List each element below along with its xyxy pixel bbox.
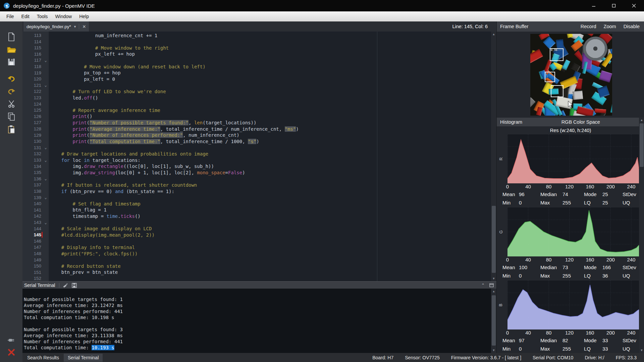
code-line-137[interactable]: 137 # If button is released, start shutt… xyxy=(22,182,491,188)
tab-close-icon[interactable]: ✕ xyxy=(82,24,86,29)
scroll-down-icon[interactable]: ▼ xyxy=(639,348,644,353)
code-line-114[interactable]: 114 xyxy=(22,39,491,45)
status-item: Serial Port: COM10 xyxy=(533,355,573,360)
code-line-124[interactable]: 124 xyxy=(22,101,491,107)
code-line-123[interactable]: 123 led.off() xyxy=(22,95,491,101)
record-button[interactable]: Record xyxy=(581,24,596,29)
code-line-129[interactable]: 129 print("Number of inferences performe… xyxy=(22,132,491,138)
code-line-128[interactable]: 128 print("Average inference time:", tot… xyxy=(22,126,491,132)
code-line-131[interactable]: 131⌄ xyxy=(22,144,491,151)
code-editor[interactable]: 113 num_inference_cnt += 1114115 # Move … xyxy=(22,32,496,281)
menu-file[interactable]: File xyxy=(3,13,18,20)
fold-marker-icon[interactable]: ⌄ xyxy=(43,220,49,225)
chevron-down-icon[interactable]: ▾ xyxy=(74,24,76,29)
code-line-120[interactable]: 120 px_left = 0 xyxy=(22,76,491,82)
code-line-116[interactable]: 116 px_left += hop xyxy=(22,51,491,57)
undo-button[interactable] xyxy=(6,73,16,83)
code-line-119[interactable]: 119 px_top += hop xyxy=(22,70,491,76)
cut-button[interactable] xyxy=(6,99,16,109)
stats-row: Mean97Median82Mode33StDev71 xyxy=(497,337,644,345)
save-log-icon[interactable] xyxy=(72,283,77,288)
code-line-122[interactable]: 122 # Turn off LED to show we're done xyxy=(22,88,491,95)
copy-button[interactable] xyxy=(6,112,16,122)
fold-marker-icon[interactable]: ⌄ xyxy=(43,158,49,163)
code-line-151[interactable]: 151 btn_prev = btn_state xyxy=(22,269,491,276)
menu-help[interactable]: Help xyxy=(75,13,93,20)
code-line-118[interactable]: 118 # Move window down (and reset back t… xyxy=(22,63,491,70)
code-line-143[interactable]: 143⌄ xyxy=(22,219,491,226)
scroll-up-icon[interactable]: ▲ xyxy=(491,289,496,294)
tick-label: 40 xyxy=(525,330,531,336)
lego-piece xyxy=(584,34,594,37)
openmv-logo-icon xyxy=(3,2,10,9)
stop-button[interactable] xyxy=(6,347,16,357)
code-line-140[interactable]: 140 # Set flag and timestamp xyxy=(22,200,491,207)
fold-marker-icon[interactable]: ⌄ xyxy=(43,176,49,181)
scroll-down-icon[interactable]: ▼ xyxy=(491,276,496,281)
scroll-up-icon[interactable]: ▲ xyxy=(491,32,496,37)
fold-marker-icon[interactable]: ⌄ xyxy=(43,145,49,150)
open-file-button[interactable] xyxy=(6,45,16,55)
save-file-button[interactable] xyxy=(6,57,16,67)
paste-button[interactable] xyxy=(6,124,16,134)
line-number: 138 xyxy=(22,189,41,194)
code-line-136[interactable]: 136⌄ xyxy=(22,176,491,182)
collapse-panel-icon[interactable]: ⌃ xyxy=(481,283,485,288)
editor-scrollbar[interactable]: ▲ ▼ xyxy=(491,32,496,281)
zoom-button[interactable]: Zoom xyxy=(604,24,616,29)
menu-tools[interactable]: Tools xyxy=(33,13,52,20)
serial-terminal-output[interactable]: ▲ ▼ Number of possible targets found: 1A… xyxy=(22,289,496,353)
fold-marker-icon[interactable]: ⌄ xyxy=(43,83,49,87)
histogram-scrollbar[interactable]: ▲ ▼ xyxy=(639,117,644,353)
code-line-139[interactable]: 139⌄ xyxy=(22,194,491,201)
code-line-150[interactable]: 150 # Record button state xyxy=(22,263,491,269)
code-line-134[interactable]: 134 img.draw_rectangle((loc[0], loc[1], … xyxy=(22,163,491,170)
editor-scroll-thumb[interactable] xyxy=(492,206,496,273)
code-line-147[interactable]: 147 # Display info to terminal xyxy=(22,244,491,250)
resolution-label: Res (w:240, h:240) xyxy=(497,126,644,134)
menu-window[interactable]: Window xyxy=(51,13,75,20)
code-line-146[interactable]: 146 xyxy=(22,238,491,244)
code-line-121[interactable]: 121⌄ xyxy=(22,82,491,88)
code-line-135[interactable]: 135 img.draw_string(loc[0] + 1, loc[1], … xyxy=(22,169,491,176)
code-line-144[interactable]: 144 # Scale image and display on LCD xyxy=(22,226,491,232)
code-line-145[interactable]: 145 #lcd.display(img.mean_pool(2, 2)) xyxy=(22,232,491,238)
scroll-up-icon[interactable]: ▲ xyxy=(639,117,644,123)
code-line-141[interactable]: 141 btn_flag = 1 xyxy=(22,207,491,213)
fold-marker-icon[interactable]: ⌄ xyxy=(43,58,49,63)
disable-button[interactable]: Disable xyxy=(624,24,640,29)
code-line-127[interactable]: 127 print("Number of possible targets fo… xyxy=(22,119,491,126)
code-line-142[interactable]: 142 timestamp = time.ticks() xyxy=(22,213,491,219)
code-line-148[interactable]: 148 #print("FPS:", clock.fps()) xyxy=(22,250,491,257)
code-line-125[interactable]: 125 # Report average inference time xyxy=(22,107,491,113)
connect-button[interactable] xyxy=(6,335,16,345)
code-line-130[interactable]: 130 print("Total computation time:", tot… xyxy=(22,138,491,144)
float-panel-icon[interactable] xyxy=(489,283,494,287)
histogram-scroll-thumb[interactable] xyxy=(640,123,644,167)
code-line-126[interactable]: 126 print() xyxy=(22,113,491,120)
maximize-button[interactable] xyxy=(604,0,624,11)
clear-terminal-icon[interactable] xyxy=(63,283,69,288)
scroll-down-icon[interactable]: ▼ xyxy=(491,348,496,353)
menu-edit[interactable]: Edit xyxy=(18,13,33,20)
code-line-138[interactable]: 138 if (btn_prev == 0) and (btn_state ==… xyxy=(22,188,491,194)
stats-row: Min0Max255LQ36UQ166 xyxy=(497,272,644,281)
tab-lego-finder[interactable]: deploy/lego_finder.py* ▾ ✕ xyxy=(23,21,89,32)
redo-button[interactable] xyxy=(6,86,16,96)
color-space-dropdown[interactable]: RGB Color Space xyxy=(522,119,639,125)
code-line-113[interactable]: 113 num_inference_cnt += 1 xyxy=(22,32,491,39)
new-file-button[interactable] xyxy=(6,32,16,42)
minimize-button[interactable] xyxy=(584,0,604,11)
terminal-scrollbar[interactable]: ▲ ▼ xyxy=(491,289,496,353)
fold-marker-icon[interactable]: ⌄ xyxy=(43,195,49,200)
code-line-152[interactable]: 152 xyxy=(22,275,491,281)
code-line-115[interactable]: 115 # Move window to the right xyxy=(22,45,491,51)
code-line-117[interactable]: 117⌄ xyxy=(22,57,491,63)
code-line-132[interactable]: 132 # Draw target locations and probabil… xyxy=(22,150,491,157)
statusbar-tab-serial-terminal[interactable]: Serial Terminal xyxy=(64,354,103,362)
terminal-scroll-thumb[interactable] xyxy=(492,295,496,346)
statusbar-tab-search-results[interactable]: Search Results xyxy=(23,354,63,362)
close-button[interactable] xyxy=(624,0,644,11)
code-line-149[interactable]: 149 xyxy=(22,257,491,263)
code-line-133[interactable]: 133⌄ for loc in target_locations: xyxy=(22,157,491,163)
